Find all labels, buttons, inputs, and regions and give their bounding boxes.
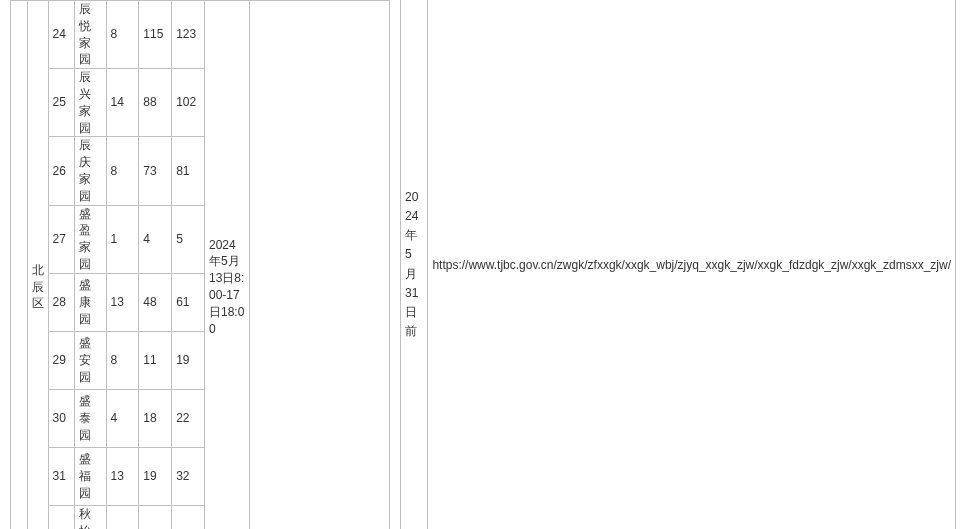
row-c: 81 [172,137,205,205]
row-a: 6 [106,505,139,529]
row-b: 19 [139,447,172,505]
row-name: 盛盈家园 [74,205,106,273]
source-url[interactable]: https://www.tjbc.gov.cn/zwgk/zfxxgk/xxgk… [427,0,956,529]
row-a: 4 [106,389,139,447]
row-index: 31 [48,447,74,505]
row-a: 8 [106,137,139,205]
row-index: 28 [48,273,74,331]
row-index: 32 [48,505,74,529]
row-a: 14 [106,69,139,137]
row-index: 25 [48,69,74,137]
row-name: 盛安园 [74,331,106,389]
row-index: 26 [48,137,74,205]
row-b: 73 [139,137,172,205]
row-b: 18 [139,389,172,447]
row-name: 盛泰园 [74,389,106,447]
row-b: 6 [139,505,172,529]
row-a: 8 [106,331,139,389]
row-name: 盛福园 [74,447,106,505]
row-c: 19 [172,331,205,389]
row-b: 4 [139,205,172,273]
row-name: 秋怡家园 [74,505,106,529]
row-name: 盛康园 [74,273,106,331]
row-index: 29 [48,331,74,389]
district-cell: 北辰区 [27,1,48,530]
row-c: 123 [172,1,205,69]
row-b: 11 [139,331,172,389]
time-window-cell: 2024年5月13日8:00-17日18:00 [204,1,249,530]
row-index: 30 [48,389,74,447]
row-index: 24 [48,1,74,69]
row-a: 8 [106,1,139,69]
row-c: 61 [172,273,205,331]
row-a: 13 [106,447,139,505]
row-index: 27 [48,205,74,273]
row-c: 12 [172,505,205,529]
left-table-container: 北辰区 24 辰悦家园 8 115 123 2024年5月13日8:00-17日… [10,0,390,529]
row-c: 5 [172,205,205,273]
table-row: 北辰区 24 辰悦家园 8 115 123 2024年5月13日8:00-17日… [11,1,390,69]
row-name: 辰悦家园 [74,1,106,69]
row-c: 32 [172,447,205,505]
publish-deadline-cell: 2024年5月31日前 [400,0,427,529]
row-b: 88 [139,69,172,137]
row-c: 22 [172,389,205,447]
data-table: 北辰区 24 辰悦家园 8 115 123 2024年5月13日8:00-17日… [10,0,390,529]
row-b: 115 [139,1,172,69]
row-a: 13 [106,273,139,331]
row-name: 辰庆家园 [74,137,106,205]
right-panel: 2024年5月31日前 https://www.tjbc.gov.cn/zwgk… [400,0,956,529]
row-a: 1 [106,205,139,273]
row-b: 48 [139,273,172,331]
row-name: 辰兴家园 [74,69,106,137]
row-c: 102 [172,69,205,137]
